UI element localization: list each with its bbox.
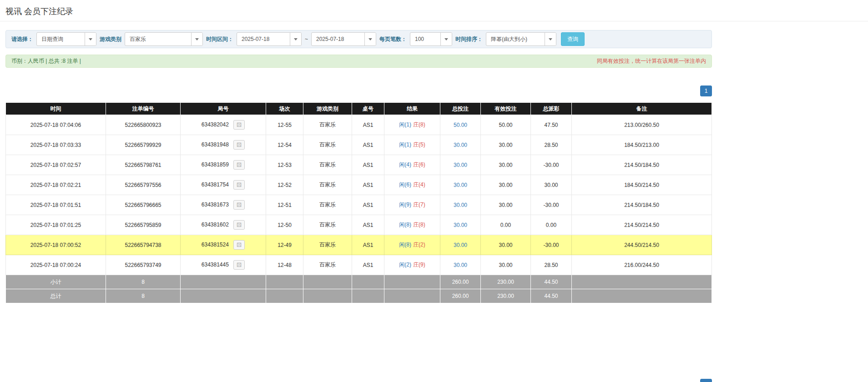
table-row: 2025-07-18 07:03:33 522665799929 6343819… xyxy=(6,135,712,155)
cell-time: 2025-07-18 07:01:51 xyxy=(6,195,106,215)
query-type-label: 请选择： xyxy=(11,35,33,43)
subtotal-payout: 44.50 xyxy=(531,275,572,289)
cell-result: 闲(8)庄(2) xyxy=(384,235,440,255)
page-size-select[interactable]: 100 xyxy=(410,32,452,46)
date-to-value: 2025-07-18 xyxy=(312,33,364,45)
cell-time: 2025-07-18 07:02:21 xyxy=(6,175,106,195)
cell-result: 闲(8)庄(8) xyxy=(384,215,440,235)
video-replay-icon[interactable]: ⚄ xyxy=(233,240,245,250)
game-type-value: 百家乐 xyxy=(125,33,191,45)
range-separator: ~ xyxy=(305,36,308,42)
result-banker: 庄(9) xyxy=(413,261,425,268)
game-type-select[interactable]: 百家乐 xyxy=(125,32,203,46)
video-replay-icon[interactable]: ⚄ xyxy=(233,200,245,210)
cell-time: 2025-07-18 07:00:52 xyxy=(6,235,106,255)
total-valid-bet: 230.00 xyxy=(481,289,531,303)
cell-valid-bet: 30.00 xyxy=(481,135,531,155)
total-bet-link[interactable]: 30.00 xyxy=(454,262,467,268)
result-player: 闲(4) xyxy=(399,161,411,168)
result-player: 闲(8) xyxy=(399,241,411,248)
subtotal-label: 小计 xyxy=(6,275,106,289)
query-type-select[interactable]: 日期查询 xyxy=(36,32,96,46)
cell-session: 12-50 xyxy=(266,215,303,235)
cell-result: 闲(2)庄(9) xyxy=(384,255,440,275)
cell-round-id: 634382042 ⚄ xyxy=(181,115,266,135)
page-button-1-bottom[interactable]: 1 xyxy=(700,379,712,382)
cell-game-type: 百家乐 xyxy=(303,255,352,275)
cell-session: 12-55 xyxy=(266,115,303,135)
video-replay-icon[interactable]: ⚄ xyxy=(233,160,245,170)
round-id-text: 634381859 xyxy=(202,161,229,168)
currency-total-text: 币别：人民币 | 总共 :8 注单 | xyxy=(11,57,81,65)
video-replay-icon[interactable]: ⚄ xyxy=(233,220,245,230)
cell-session: 12-53 xyxy=(266,155,303,175)
video-replay-icon[interactable]: ⚄ xyxy=(233,140,245,150)
cell-round-id: 634381673 ⚄ xyxy=(181,195,266,215)
header-result: 结果 xyxy=(384,103,440,115)
cell-table-no: AS1 xyxy=(352,115,384,135)
page-title: 视讯 会员下注纪录 xyxy=(5,6,863,17)
sort-order-select[interactable]: 降幂(由大到小) xyxy=(486,32,556,46)
total-bet-link[interactable]: 30.00 xyxy=(454,242,467,248)
cell-result: 闲(9)庄(7) xyxy=(384,195,440,215)
round-id-text: 634381754 xyxy=(202,181,229,188)
video-replay-icon[interactable]: ⚄ xyxy=(233,180,245,190)
chevron-down-icon xyxy=(364,33,376,45)
sort-order-value: 降幂(由大到小) xyxy=(486,33,545,45)
cell-table-no: AS1 xyxy=(352,235,384,255)
cell-session: 12-49 xyxy=(266,235,303,255)
cell-table-no: AS1 xyxy=(352,195,384,215)
cell-time: 2025-07-18 07:00:24 xyxy=(6,255,106,275)
total-bet-link[interactable]: 30.00 xyxy=(454,222,467,228)
table-header-row: 时间 注单编号 局号 场次 游戏类别 桌号 结果 总投注 有效投注 总派彩 备注 xyxy=(6,103,712,115)
cell-payout: -30.00 xyxy=(531,195,572,215)
chevron-down-icon xyxy=(440,33,452,45)
total-bet-link[interactable]: 30.00 xyxy=(454,162,467,168)
time-range-label: 时间区间： xyxy=(206,35,233,43)
result-banker: 庄(2) xyxy=(413,241,425,248)
table-row: 2025-07-18 07:01:51 522665796665 6343816… xyxy=(6,195,712,215)
header-round-id: 局号 xyxy=(181,103,266,115)
cell-game-type: 百家乐 xyxy=(303,115,352,135)
header-total-bet: 总投注 xyxy=(440,103,481,115)
total-bet-link[interactable]: 30.00 xyxy=(454,182,467,188)
result-player: 闲(9) xyxy=(399,201,411,208)
search-button[interactable]: 查询 xyxy=(561,32,585,46)
cell-total-bet: 30.00 xyxy=(440,155,481,175)
pagination-top: 1 xyxy=(5,85,712,96)
cell-note: 213.00/260.50 xyxy=(572,115,712,135)
cell-valid-bet: 0.00 xyxy=(481,215,531,235)
date-from-value: 2025-07-18 xyxy=(237,33,290,45)
round-id-text: 634381673 xyxy=(202,201,229,208)
date-to-select[interactable]: 2025-07-18 xyxy=(311,32,376,46)
cell-payout: 0.00 xyxy=(531,215,572,235)
date-from-select[interactable]: 2025-07-18 xyxy=(237,32,302,46)
cell-table-no: AS1 xyxy=(352,135,384,155)
chevron-down-icon xyxy=(85,33,96,45)
cell-bet-id: 522665796665 xyxy=(106,195,181,215)
video-replay-icon[interactable]: ⚄ xyxy=(233,120,245,130)
table-row: 2025-07-18 07:02:21 522665797556 6343817… xyxy=(6,175,712,195)
table-body: 2025-07-18 07:04:06 522665800923 6343820… xyxy=(6,115,712,275)
cell-payout: 28.50 xyxy=(531,255,572,275)
cell-game-type: 百家乐 xyxy=(303,155,352,175)
cell-note: 184.50/213.00 xyxy=(572,135,712,155)
cell-session: 12-48 xyxy=(266,255,303,275)
total-bet-link[interactable]: 30.00 xyxy=(454,202,467,208)
valid-bet-notice: 同局有效投注，统一计算在该局第一张注单内 xyxy=(597,57,706,65)
cell-valid-bet: 30.00 xyxy=(481,155,531,175)
video-replay-icon[interactable]: ⚄ xyxy=(233,260,245,270)
total-count: 8 xyxy=(106,289,181,303)
header-session: 场次 xyxy=(266,103,303,115)
table-row: 2025-07-18 07:02:57 522665798761 6343818… xyxy=(6,155,712,175)
cell-round-id: 634381524 ⚄ xyxy=(181,235,266,255)
header-bet-id: 注单编号 xyxy=(106,103,181,115)
cell-game-type: 百家乐 xyxy=(303,175,352,195)
result-banker: 庄(4) xyxy=(413,181,425,188)
page-button-1[interactable]: 1 xyxy=(700,85,712,96)
cell-round-id: 634381754 ⚄ xyxy=(181,175,266,195)
total-bet-link[interactable]: 50.00 xyxy=(454,122,467,128)
cell-note: 214.50/184.50 xyxy=(572,155,712,175)
sort-order-label: 时间排序： xyxy=(455,35,483,43)
total-bet-link[interactable]: 30.00 xyxy=(454,142,467,148)
